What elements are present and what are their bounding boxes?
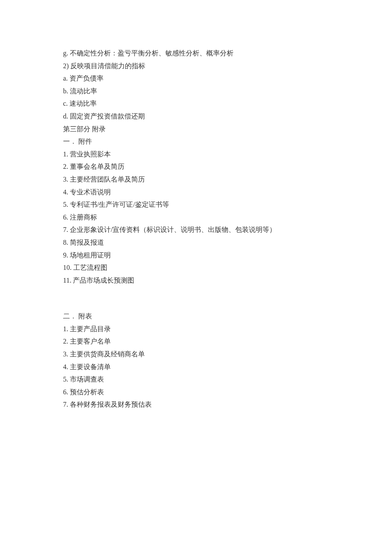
list-item: 5. 专利证书/生产许可证/鉴定证书等 [63, 198, 329, 211]
list-item: 7. 企业形象设计/宣传资料（标识设计、说明书、出版物、包装说明等） [63, 223, 329, 236]
list-item: 11. 产品市场成长预测图 [63, 274, 329, 287]
list-item: 1. 主要产品目录 [63, 323, 329, 335]
list-item: 7. 各种财务报表及财务预估表 [63, 398, 329, 411]
list-item: 3. 主要经营团队名单及简历 [63, 173, 329, 186]
list-item: 6. 预估分析表 [63, 386, 329, 399]
list-item: 2. 董事会名单及简历 [63, 160, 329, 173]
text-line: d. 固定资产投资借款偿还期 [63, 110, 329, 123]
list-item: 8. 简报及报道 [63, 236, 329, 249]
subsection-heading: 二． 附表 [63, 310, 329, 323]
text-line: b. 流动比率 [63, 85, 329, 98]
list-item: 10. 工艺流程图 [63, 261, 329, 274]
section-heading: 第三部分 附录 [63, 123, 329, 136]
list-item: 5. 市场调查表 [63, 373, 329, 386]
text-line: g. 不确定性分析：盈亏平衡分析、敏感性分析、概率分析 [63, 47, 329, 60]
subsection-heading: 一． 附件 [63, 135, 329, 148]
list-item: 3. 主要供货商及经销商名单 [63, 348, 329, 361]
list-item: 4. 主要设备清单 [63, 361, 329, 373]
list-item: 2. 主要客户名单 [63, 335, 329, 348]
list-item: 9. 场地租用证明 [63, 249, 329, 262]
list-item: 1. 营业执照影本 [63, 148, 329, 161]
list-item: 6. 注册商标 [63, 211, 329, 224]
blank-spacer [63, 286, 329, 310]
text-line: c. 速动比率 [63, 97, 329, 110]
text-line: a. 资产负债率 [63, 72, 329, 85]
text-line: 2) 反映项目清偿能力的指标 [63, 60, 329, 72]
list-item: 4. 专业术语说明 [63, 186, 329, 199]
